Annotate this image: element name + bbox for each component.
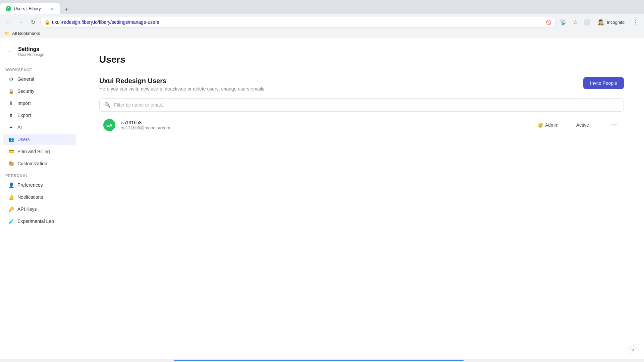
- scroll-thumb: [174, 360, 464, 361]
- bookmarks-folder-icon: 📁: [4, 31, 9, 36]
- page-title: Users: [99, 54, 624, 65]
- lock-icon: 🔒: [45, 20, 50, 25]
- invite-people-button[interactable]: Invite People: [583, 77, 624, 89]
- main-content: Users Uxui Redesign Users Here you can i…: [79, 38, 644, 359]
- security-icon: 🔒: [8, 88, 14, 94]
- new-tab-button[interactable]: +: [62, 5, 71, 14]
- settings-title: Settings: [18, 46, 44, 52]
- api-icon: 🔑: [8, 206, 14, 212]
- incognito-button[interactable]: 🕵 Incognito: [595, 18, 628, 27]
- address-text: uxui-redesign.fibery.io/fibery/settings/…: [52, 19, 544, 25]
- sidebar-item-plan-billing[interactable]: 💳 Plan and Billing: [3, 146, 76, 157]
- sidebar: ← Settings Uxui Redesign WORKSPACE ⚙ Gen…: [0, 38, 79, 359]
- sidebar-item-ai[interactable]: ✦ AI: [3, 122, 76, 133]
- crown-icon: 👑: [537, 122, 543, 128]
- export-icon: ⬆: [8, 112, 14, 118]
- users-section-desc: Here you can invite new users, deactivat…: [99, 86, 264, 92]
- sidebar-item-label: Experimental Lab: [17, 219, 54, 224]
- lab-icon: 🧪: [8, 218, 14, 224]
- browser-toolbar: ← → ↻ 🔒 uxui-redesign.fibery.io/fibery/s…: [0, 14, 644, 30]
- toolbar-right: 📡 ☆ ⬜ 🕵 Incognito ⋮: [558, 17, 640, 27]
- plan-icon: 💳: [8, 148, 14, 155]
- incognito-icon: 🕵: [598, 19, 605, 25]
- users-section: Uxui Redesign Users Here you can invite …: [99, 77, 624, 136]
- sidebar-item-general[interactable]: ⚙ General: [3, 73, 76, 85]
- users-icon: 👥: [8, 136, 14, 142]
- sidebar-item-label: Security: [17, 88, 35, 94]
- sidebar-item-security[interactable]: 🔒 Security: [3, 85, 76, 97]
- users-section-title: Uxui Redesign Users: [99, 77, 264, 85]
- tab-favicon: F: [6, 6, 11, 11]
- sidebar-item-label: Preferences: [17, 182, 43, 188]
- back-button[interactable]: ←: [4, 17, 13, 27]
- user-status: Active: [576, 122, 603, 128]
- sidebar-item-label: Notifications: [17, 194, 43, 200]
- sidebar-header: ← Settings Uxui Redesign: [0, 44, 79, 64]
- user-role: 👑 Admin: [537, 122, 571, 128]
- general-icon: ⚙: [8, 76, 14, 82]
- preferences-icon: 👤: [8, 182, 14, 188]
- workspace-section-label: WORKSPACE: [0, 64, 79, 73]
- help-button[interactable]: ?: [628, 346, 637, 355]
- sidebar-item-api-keys[interactable]: 🔑 API Keys: [3, 203, 76, 215]
- sidebar-item-customization[interactable]: 🎨 Customization: [3, 158, 76, 169]
- tab-close-button[interactable]: ×: [49, 6, 55, 11]
- sidebar-item-label: AI: [17, 125, 22, 130]
- avatar: EA: [103, 119, 115, 131]
- user-name: ea131bb8: [121, 120, 532, 125]
- workspace-label: Uxui Redesign: [18, 52, 44, 57]
- back-to-app-button[interactable]: ←: [5, 47, 15, 56]
- incognito-label: Incognito: [607, 20, 625, 25]
- import-icon: ⬇: [8, 100, 14, 106]
- user-info: ea131bb8 ea131bb8@moodjoy.com: [121, 120, 532, 130]
- menu-button[interactable]: ⋮: [631, 17, 640, 27]
- sidebar-item-import[interactable]: ⬇ Import: [3, 98, 76, 109]
- forward-button[interactable]: →: [16, 17, 25, 27]
- customization-icon: 🎨: [8, 161, 14, 167]
- personal-section-label: PERSONAL: [0, 170, 79, 179]
- ai-icon: ✦: [8, 124, 14, 130]
- sidebar-item-label: Customization: [17, 161, 47, 166]
- avatar-initials: EA: [106, 123, 112, 128]
- sidebar-item-label: Import: [17, 101, 31, 106]
- sidebar-item-label: API Keys: [17, 206, 37, 212]
- search-bar: 🔍: [99, 98, 624, 112]
- bookmarks-label: All Bookmarks: [12, 31, 40, 36]
- address-bar[interactable]: 🔒 uxui-redesign.fibery.io/fibery/setting…: [40, 17, 556, 27]
- bookmarks-bar: 📁 All Bookmarks: [0, 30, 644, 38]
- extension-icon[interactable]: ⬜: [583, 17, 592, 27]
- search-icon: 🔍: [104, 102, 111, 108]
- user-email: ea131bb8@moodjoy.com: [121, 125, 532, 130]
- sidebar-item-preferences[interactable]: 👤 Preferences: [3, 179, 76, 191]
- browser-chrome: F Users | Fibery × + ← → ↻ 🔒 uxui-redesi…: [0, 0, 644, 38]
- reload-button[interactable]: ↻: [28, 17, 38, 27]
- bottom-scrollbar[interactable]: [0, 359, 644, 362]
- role-label: Admin: [545, 122, 558, 128]
- sidebar-item-experimental-lab[interactable]: 🧪 Experimental Lab: [3, 216, 76, 227]
- sidebar-item-notifications[interactable]: 🔔 Notifications: [3, 191, 76, 203]
- sidebar-item-label: Plan and Billing: [17, 149, 50, 154]
- sidebar-item-users[interactable]: 👥 Users: [3, 134, 76, 145]
- users-header-left: Uxui Redesign Users Here you can invite …: [99, 77, 264, 92]
- sidebar-item-label: Export: [17, 113, 31, 118]
- sidebar-item-export[interactable]: ⬆ Export: [3, 110, 76, 121]
- tab-title: Users | Fibery: [14, 6, 47, 11]
- sidebar-item-label: Users: [17, 137, 30, 142]
- user-actions-button[interactable]: ···: [608, 120, 620, 130]
- table-row: EA ea131bb8 ea131bb8@moodjoy.com 👑 Admin…: [99, 114, 624, 136]
- search-input[interactable]: [114, 102, 619, 108]
- svg-text:F: F: [7, 7, 9, 11]
- camera-off-icon: 🚫: [546, 20, 551, 25]
- tab-bar: F Users | Fibery × +: [0, 0, 644, 14]
- notifications-icon: 🔔: [8, 194, 14, 200]
- active-tab[interactable]: F Users | Fibery ×: [0, 3, 60, 14]
- cast-icon[interactable]: 📡: [558, 17, 568, 27]
- sidebar-item-label: General: [17, 76, 34, 82]
- bookmark-icon[interactable]: ☆: [571, 17, 580, 27]
- users-header: Uxui Redesign Users Here you can invite …: [99, 77, 624, 92]
- settings-info: Settings Uxui Redesign: [18, 46, 44, 57]
- app-layout: ← Settings Uxui Redesign WORKSPACE ⚙ Gen…: [0, 38, 644, 359]
